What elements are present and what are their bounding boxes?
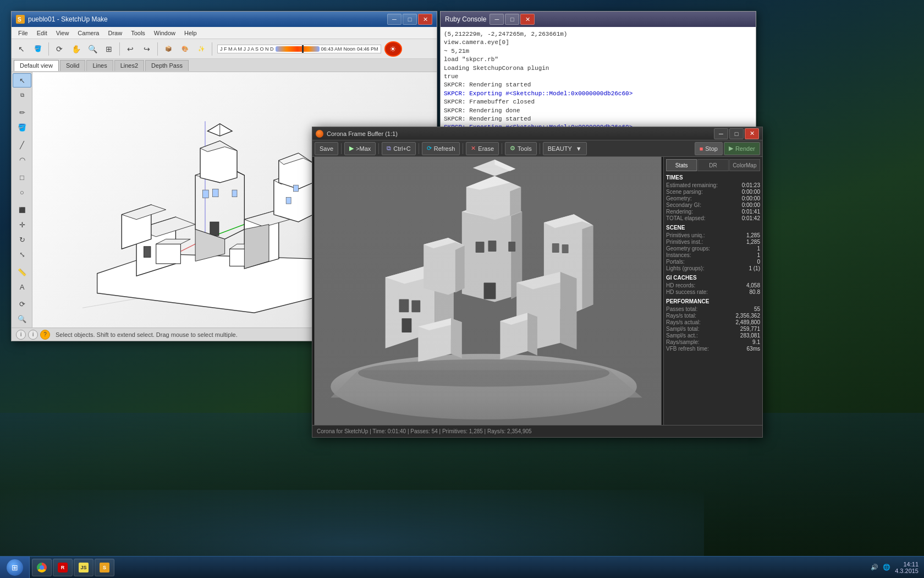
tool-line[interactable]: ╱ <box>13 138 31 152</box>
status-icons: i i ? <box>16 330 50 340</box>
toolbar-styles[interactable]: ✨ <box>194 41 209 57</box>
lights-value: 1 (1) <box>749 265 760 271</box>
tab-lines[interactable]: Lines <box>86 60 113 71</box>
total-label: TOTAL elapsed: <box>666 215 706 221</box>
toolbar-undo[interactable]: ↩ <box>123 41 138 57</box>
gi-caches-title: GI CACHES <box>666 275 760 281</box>
times-title: TIMES <box>666 175 760 181</box>
render-area <box>312 157 663 425</box>
tool-push-pull[interactable]: ⬛ <box>13 203 31 217</box>
beauty-dropdown[interactable]: BEAUTY ▼ <box>543 142 587 155</box>
taskbar-ruby[interactable]: R <box>53 559 73 576</box>
menu-help[interactable]: Help <box>180 29 201 37</box>
stats-row-sampl-act: Sampl/s act.: 283,081 <box>666 332 760 339</box>
corona-close-btn[interactable]: ✕ <box>745 128 759 139</box>
tab-lines2[interactable]: Lines2 <box>114 60 144 71</box>
tool-paint-bucket[interactable]: 🪣 <box>13 121 31 135</box>
tool-rectangle[interactable]: □ <box>13 170 31 184</box>
max-button[interactable]: ▶ >Max <box>344 142 376 155</box>
menu-edit[interactable]: Edit <box>32 29 52 37</box>
tools-button[interactable]: ⚙ Tools <box>505 142 537 155</box>
menu-draw[interactable]: Draw <box>103 29 127 37</box>
stats-row-secondary-gi: Secondary GI: 0:00:00 <box>666 202 760 208</box>
toolbar-redo[interactable]: ↪ <box>139 41 155 57</box>
toolbar-zoom[interactable]: 🔍 <box>85 41 100 57</box>
sun-icon[interactable]: ☀ <box>384 41 402 57</box>
console-line-4: Loading SketchupCorona plugin <box>444 64 752 73</box>
sampl-total-label: Sampl/s total: <box>666 326 700 332</box>
tool-rotate[interactable]: ↻ <box>13 232 31 247</box>
tab-dr[interactable]: DR <box>697 159 728 171</box>
ruby-maximize-btn[interactable]: □ <box>505 14 519 25</box>
time-gradient[interactable] <box>276 46 320 52</box>
menu-view[interactable]: View <box>52 29 74 37</box>
tool-move[interactable]: ✛ <box>13 217 31 232</box>
corona-maximize-btn[interactable]: □ <box>729 128 744 139</box>
stats-row-rays-total: Rays/s total: 2,356,362 <box>666 313 760 319</box>
tool-select[interactable]: ↖ <box>13 73 31 88</box>
toolbar-orbit[interactable]: ⟳ <box>52 41 67 57</box>
toolbar-pan[interactable]: ✋ <box>68 41 84 57</box>
tb-sep-6 <box>540 143 540 154</box>
tab-colormap[interactable]: ColorMap <box>729 159 760 171</box>
save-button[interactable]: Save <box>315 142 338 155</box>
toolbar-zoom-extents[interactable]: ⊞ <box>101 41 117 57</box>
console-line-0: (5,212229m, -2,247265m, 2,263661m) <box>444 30 752 39</box>
tab-solid[interactable]: Solid <box>60 60 85 71</box>
maximize-button[interactable]: □ <box>403 14 417 25</box>
tool-text[interactable]: A <box>13 280 31 294</box>
corona-minimize-btn[interactable]: ─ <box>714 128 728 139</box>
taskbar: ⊞ R JS S 🔊 🌐 14:11 4.3.2015 <box>0 556 924 578</box>
taskbar-clock: 14:11 4.3.2015 <box>895 561 919 574</box>
sketchup-title: pueblo01 - SketchUp Make <box>28 15 384 23</box>
tb-sep-2 <box>378 143 379 154</box>
tab-default-view[interactable]: Default view <box>14 60 59 71</box>
tool-eraser[interactable]: ✏ <box>13 106 31 120</box>
minimize-button[interactable]: ─ <box>387 14 402 25</box>
menu-camera[interactable]: Camera <box>73 29 103 37</box>
menu-window[interactable]: Window <box>150 29 180 37</box>
tool-scale[interactable]: ⤡ <box>13 247 31 261</box>
toolbar-select[interactable]: ↖ <box>14 41 29 57</box>
tool-make-component[interactable]: ⧉ <box>13 88 31 102</box>
toolbar-materials[interactable]: 🎨 <box>177 41 193 57</box>
time-end: 04:46 PM <box>357 46 378 52</box>
tool-tape-measure[interactable]: 📏 <box>13 265 31 279</box>
start-button[interactable]: ⊞ <box>0 557 30 579</box>
stats-row-rendering: Rendering: 0:01:41 <box>666 209 760 215</box>
taskbar-chrome[interactable] <box>32 559 52 576</box>
refresh-button[interactable]: ⟳ Refresh <box>422 142 460 155</box>
close-button[interactable]: ✕ <box>418 14 432 25</box>
svg-rect-30 <box>286 198 291 204</box>
tab-stats[interactable]: Stats <box>666 159 697 171</box>
menu-tools[interactable]: Tools <box>127 29 150 37</box>
erase-button[interactable]: ✕ Erase <box>466 142 499 155</box>
tool-circle[interactable]: ○ <box>13 185 31 199</box>
taskbar-sketchup[interactable]: S <box>95 559 114 576</box>
status-icon-2[interactable]: i <box>28 330 38 340</box>
render-button[interactable]: ▶ Render <box>724 142 760 155</box>
status-icon-3[interactable]: ? <box>40 330 50 340</box>
menu-bar: File Edit View Camera Draw Tools Window … <box>12 27 437 39</box>
svg-rect-31 <box>210 222 219 236</box>
hd-success-label: HD success rate: <box>666 289 708 295</box>
menu-file[interactable]: File <box>14 29 32 37</box>
corona-titlebar: Corona Frame Buffer (1:1) ─ □ ✕ <box>312 127 762 140</box>
svg-text:S: S <box>18 17 21 23</box>
tool-zoom[interactable]: 🔍 <box>13 312 31 326</box>
tool-arc[interactable]: ◠ <box>13 153 31 167</box>
tab-depth-pass[interactable]: Depth Pass <box>145 60 189 71</box>
status-message: Select objects. Shift to extend select. … <box>56 331 238 338</box>
ctrl-c-button[interactable]: ⧉ Ctrl+C <box>382 142 415 155</box>
toolbar-components[interactable]: 📦 <box>161 41 176 57</box>
taskbar-js[interactable]: JS <box>74 559 94 576</box>
console-line-3: load "skpcr.rb" <box>444 56 752 64</box>
stop-button[interactable]: ■ Stop <box>695 142 723 155</box>
ruby-close-btn[interactable]: ✕ <box>520 14 535 25</box>
ruby-minimize-btn[interactable]: ─ <box>490 14 504 25</box>
toolbar-paint[interactable]: 🪣 <box>30 41 46 57</box>
svg-rect-27 <box>212 189 218 197</box>
status-icon-1[interactable]: i <box>16 330 26 340</box>
geometry-value: 0:00:00 <box>742 195 760 201</box>
tool-orbit[interactable]: ⟳ <box>13 297 31 312</box>
